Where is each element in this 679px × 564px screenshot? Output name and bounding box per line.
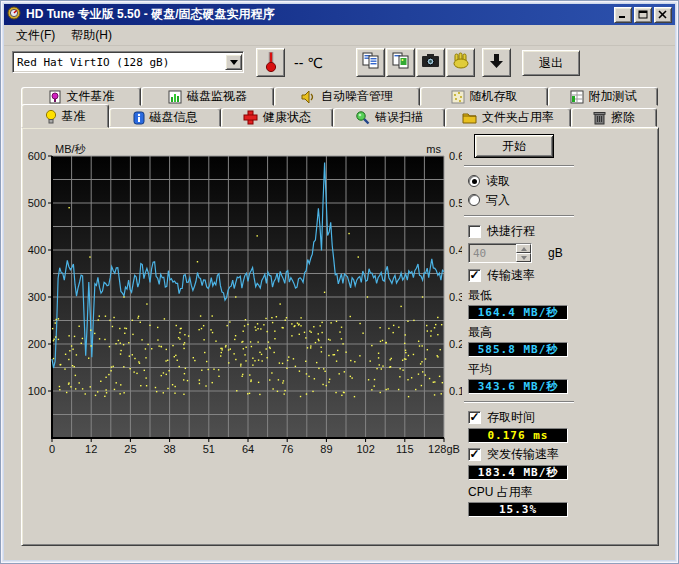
save-icon: [489, 52, 505, 74]
tab-erase[interactable]: 擦除: [571, 108, 657, 127]
separator: [464, 215, 574, 217]
svg-text:128gB: 128gB: [428, 443, 460, 455]
access-time-row[interactable]: ✓ 存取时间: [468, 409, 654, 425]
svg-text:500: 500: [28, 197, 46, 209]
shortstroke-label: 快捷行程: [487, 223, 535, 240]
svg-text:200: 200: [28, 338, 46, 350]
copy-report-icon: [362, 52, 380, 73]
burst-rate-label: 突发传输速率: [487, 446, 559, 463]
tab-aam[interactable]: 自动噪音管理: [274, 87, 420, 106]
tab-folder-usage[interactable]: 文件夹占用率: [445, 108, 571, 127]
donate-button[interactable]: [446, 48, 475, 77]
extra-tests-icon: [570, 90, 584, 104]
spin-up-button[interactable]: [516, 244, 531, 253]
cpu-usage-value: 15.3%: [468, 502, 568, 517]
svg-text:600: 600: [28, 150, 46, 162]
write-radio[interactable]: [468, 194, 480, 206]
tab-label: 文件基准: [67, 88, 115, 105]
chevron-down-icon: [521, 256, 527, 260]
tab-label: 磁盘信息: [150, 109, 198, 126]
tab-health[interactable]: 健康状态: [221, 108, 333, 127]
window-title: HD Tune 专业版 5.50 - 硬盘/固态硬盘实用程序: [26, 6, 612, 23]
svg-text:64: 64: [242, 443, 254, 455]
tab-row-primary: 基准磁盘信息健康状态错误扫描文件夹占用率擦除: [21, 106, 657, 128]
app-icon: [7, 6, 22, 24]
tab-label: 磁盘监视器: [187, 88, 247, 105]
temperature-button[interactable]: [256, 48, 285, 77]
access-time-checkbox[interactable]: ✓: [468, 411, 481, 424]
disk-monitor-icon: [168, 90, 182, 104]
benchmark-chart: 012253851647689102115128gB10020030040050…: [26, 140, 462, 478]
maximize-button[interactable]: [634, 7, 652, 23]
folder-usage-icon: [462, 111, 477, 124]
copy-image-icon: [392, 52, 410, 73]
thermometer-icon: [265, 49, 277, 77]
write-radio-label: 写入: [486, 192, 510, 209]
shortstroke-checkbox[interactable]: [468, 225, 481, 238]
svg-text:300: 300: [28, 291, 46, 303]
copy-report-button[interactable]: [356, 48, 385, 77]
tab-label: 健康状态: [263, 109, 311, 126]
title-bar: HD Tune 专业版 5.50 - 硬盘/固态硬盘实用程序: [4, 4, 675, 25]
separator: [464, 165, 574, 167]
toolbar: Red Hat VirtIO (128 gB) -- ℃ 退出: [4, 46, 675, 82]
write-radio-row[interactable]: 写入: [468, 192, 654, 208]
menu-file[interactable]: 文件(F): [8, 25, 63, 46]
random-access-icon: [451, 90, 465, 104]
tab-disk-monitor[interactable]: 磁盘监视器: [141, 87, 274, 106]
transfer-rate-row[interactable]: ✓ 传输速率: [468, 267, 654, 283]
save-button[interactable]: [482, 48, 511, 77]
svg-text:12: 12: [85, 443, 97, 455]
svg-text:25: 25: [124, 443, 136, 455]
svg-text:51: 51: [203, 443, 215, 455]
app-window: HD Tune 专业版 5.50 - 硬盘/固态硬盘实用程序 文件(F) 帮助(…: [0, 0, 679, 564]
start-button[interactable]: 开始: [474, 134, 554, 158]
tab-random-access[interactable]: 随机存取: [420, 87, 548, 106]
read-radio-label: 读取: [486, 173, 510, 190]
svg-text:100: 100: [28, 385, 46, 397]
minimize-button[interactable]: [614, 7, 632, 23]
access-time-value: 0.176 ms: [468, 428, 568, 443]
health-icon: [243, 110, 258, 125]
screenshot-icon: [421, 53, 440, 72]
svg-text:115: 115: [396, 443, 414, 455]
screenshot-button[interactable]: [416, 48, 445, 77]
file-benchmark-icon: [48, 90, 62, 104]
copy-image-button[interactable]: [386, 48, 415, 77]
menu-help[interactable]: 帮助(H): [63, 25, 120, 46]
disk-info-icon: [133, 111, 145, 125]
tab-extra-tests[interactable]: 附加测试: [548, 87, 658, 106]
tab-label: 错误扫描: [375, 109, 423, 126]
tab-error-scan[interactable]: 错误扫描: [333, 108, 445, 127]
close-button[interactable]: [654, 7, 672, 23]
transfer-rate-label: 传输速率: [487, 267, 535, 284]
drive-select-dropdown-button[interactable]: [225, 54, 242, 70]
transfer-rate-checkbox[interactable]: ✓: [468, 269, 481, 282]
maximize-icon: [638, 10, 648, 19]
tab-disk-info[interactable]: 磁盘信息: [109, 108, 221, 127]
shortstroke-size-value: 40: [469, 244, 516, 262]
tab-label: 随机存取: [470, 88, 518, 105]
close-icon: [658, 10, 668, 19]
min-value: 164.4 MB/秒: [468, 305, 568, 320]
error-scan-icon: [355, 110, 370, 125]
shortstroke-size-input[interactable]: 40: [468, 243, 532, 263]
tab-label: 附加测试: [589, 88, 637, 105]
chevron-up-icon: [521, 247, 527, 251]
tab-benchmark[interactable]: 基准: [21, 104, 109, 128]
separator: [464, 401, 574, 403]
spin-down-button[interactable]: [516, 253, 531, 262]
max-label: 最高: [468, 324, 654, 341]
tab-label: 自动噪音管理: [321, 88, 393, 105]
donate-icon: [452, 52, 470, 73]
min-label: 最低: [468, 287, 654, 304]
shortstroke-row[interactable]: 快捷行程: [468, 223, 654, 239]
read-radio-row[interactable]: 读取: [468, 173, 654, 189]
read-radio[interactable]: [468, 175, 480, 187]
tab-label: 文件夹占用率: [482, 109, 554, 126]
exit-button[interactable]: 退出: [522, 50, 580, 76]
temperature-display: -- ℃: [294, 55, 323, 71]
drive-select[interactable]: Red Hat VirtIO (128 gB): [12, 51, 244, 73]
burst-rate-row[interactable]: ✓ 突发传输速率: [468, 446, 654, 462]
burst-rate-checkbox[interactable]: ✓: [468, 448, 481, 461]
